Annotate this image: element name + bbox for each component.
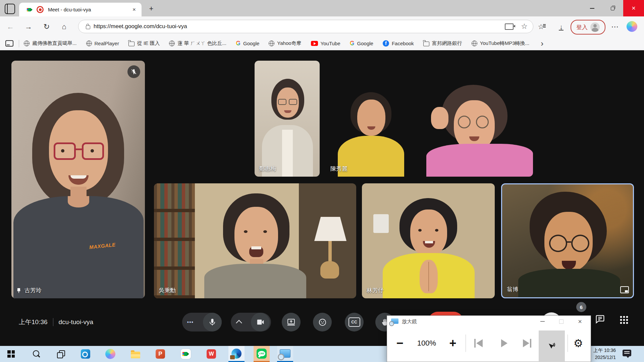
taskbar-magnifier-button[interactable] xyxy=(277,346,293,362)
taskbar-task-view-button[interactable] xyxy=(53,346,69,362)
taskbar-copilot-button[interactable] xyxy=(102,346,118,362)
taskbar-start-button[interactable] xyxy=(3,346,19,362)
taskbar-outlook-button[interactable] xyxy=(77,346,94,362)
sign-in-button[interactable]: 登入 xyxy=(571,20,605,35)
bookmark-item[interactable]: YouTube xyxy=(311,41,340,46)
tab-actions-menu-icon[interactable] xyxy=(5,4,15,14)
system-clock[interactable]: 上午 10:36 2025/12/1 xyxy=(593,347,616,361)
url-text[interactable]: https://meet.google.com/dcu-tuoi-vya xyxy=(94,23,505,30)
bookmark-item[interactable]: YouTube轉MP3轉換... xyxy=(472,40,529,47)
taskbar-edge-button[interactable] xyxy=(228,346,245,362)
participant-nametag: 吳秉勳 xyxy=(159,287,176,294)
refresh-icon[interactable]: ↻ xyxy=(41,21,52,33)
tray-date: 2025/12/1 xyxy=(593,354,616,361)
bookmark-item[interactable]: fFacebook xyxy=(383,40,414,47)
emoji-icon xyxy=(318,318,327,327)
bookmark-item[interactable]: Yahoo奇摩 xyxy=(269,40,301,47)
recording-indicator-icon xyxy=(37,6,44,13)
read-aloud-cursor-button[interactable] xyxy=(539,330,565,362)
back-icon[interactable]: ← xyxy=(5,21,16,33)
camera-in-use-icon[interactable] xyxy=(505,23,514,30)
reactions-button[interactable] xyxy=(313,313,332,331)
magnifier-window[interactable]: 放大鏡 × − 100% + ⚙ xyxy=(387,315,591,362)
participant-nametag: 古芳玲 xyxy=(16,287,42,294)
skip-to-start-button[interactable] xyxy=(471,333,486,353)
windows-logo-icon xyxy=(7,350,15,358)
google-g-icon: G xyxy=(236,40,240,47)
magnifier-maximize-button[interactable] xyxy=(554,316,569,327)
meet-favicon-icon xyxy=(26,7,33,13)
magnifier-minimize-button[interactable] xyxy=(535,316,550,327)
file-explorer-icon xyxy=(131,352,140,358)
bookmark-item[interactable]: 藏傳佛教直貢噶舉... xyxy=(24,40,77,47)
edge-icon xyxy=(231,349,241,359)
captions-button[interactable]: CC xyxy=(345,313,364,331)
participant-video[interactable]: 吳秉勳 xyxy=(154,183,356,298)
chevron-up-icon[interactable] xyxy=(236,320,242,326)
bookmark-item[interactable]: GGoogle xyxy=(236,40,259,47)
participant-video-active-speaker[interactable]: 翁博 xyxy=(501,183,634,298)
home-icon[interactable]: ⌂ xyxy=(58,21,70,33)
participant-video[interactable]: MAXGALE 古芳玲 xyxy=(11,61,145,298)
browser-menu-icon[interactable]: ⋯ xyxy=(609,21,621,33)
bookmark-item[interactable]: 富邦網路銀行 xyxy=(423,40,462,47)
bookmark-item[interactable]: RealPlayer xyxy=(86,41,119,46)
address-bar[interactable]: https://meet.google.com/dcu-tuoi-vya ☆ xyxy=(78,20,533,33)
zoom-in-button[interactable]: + xyxy=(446,335,460,352)
search-icon xyxy=(32,350,40,358)
microphone-button[interactable] xyxy=(203,313,222,331)
chat-button[interactable] xyxy=(594,313,606,325)
taskbar-wps-button[interactable]: W xyxy=(203,346,219,362)
bookmark-item[interactable]: 蓮 華 ㄏㄨㄚ 色比丘... xyxy=(169,40,226,47)
taskbar-line-button[interactable]: LINE xyxy=(254,346,270,362)
taskbar-search-button[interactable] xyxy=(28,346,44,362)
call-more-options-icon[interactable]: ⋯ xyxy=(187,318,194,326)
participant-video[interactable]: 林芳伃 xyxy=(362,183,495,298)
forward-icon[interactable]: → xyxy=(23,21,34,33)
sidebar-panel-icon[interactable] xyxy=(5,40,13,47)
add-favorite-star-icon[interactable]: ☆ xyxy=(521,22,528,31)
zoom-out-button[interactable]: − xyxy=(393,335,407,352)
window-minimize-button[interactable] xyxy=(582,0,602,16)
window-restore-button[interactable] xyxy=(602,0,623,16)
zoom-level: 100% xyxy=(413,335,440,352)
meet-page: MAXGALE 古芳玲 鄭惠梅 xyxy=(0,50,644,346)
tab-close-icon[interactable]: × xyxy=(130,6,138,14)
folder-icon xyxy=(128,42,135,46)
picture-in-picture-icon[interactable] xyxy=(620,286,629,293)
globe-icon xyxy=(24,41,30,46)
maximize-icon xyxy=(559,319,564,324)
camera-button[interactable] xyxy=(251,313,270,331)
globe-icon xyxy=(169,41,175,46)
participant-video[interactable]: 陳秀麗 xyxy=(326,61,533,177)
new-tab-button[interactable]: + xyxy=(147,4,156,13)
taskbar-google-meet-button[interactable] xyxy=(178,346,194,362)
play-button[interactable] xyxy=(497,333,512,353)
meeting-info: 上午10:36 dcu-tuoi-vya xyxy=(19,316,93,328)
participant-nametag: 翁博 xyxy=(507,286,518,293)
grid-icon xyxy=(620,315,629,324)
present-screen-button[interactable] xyxy=(282,313,301,331)
magnifier-settings-gear-icon[interactable]: ⚙ xyxy=(571,335,586,352)
taskbar-powerpoint-button[interactable]: P xyxy=(152,346,168,362)
favorites-icon[interactable]: ☆ xyxy=(535,21,547,33)
taskbar-file-explorer-button[interactable] xyxy=(127,346,144,362)
participant-video[interactable]: 鄭惠梅 xyxy=(255,61,320,177)
bookmark-item[interactable]: 從 IE 匯入 xyxy=(128,40,160,47)
magnifier-controls: − 100% + ⚙ xyxy=(387,327,591,362)
bookmarks-overflow-icon[interactable]: › xyxy=(541,39,543,48)
bookmark-item[interactable]: GGoogle xyxy=(350,40,373,47)
tray-chat-icon[interactable] xyxy=(623,350,631,356)
magnifier-close-button[interactable]: × xyxy=(573,316,587,327)
browser-tab[interactable]: Meet - dcu-tuoi-vya × xyxy=(19,3,142,16)
divider xyxy=(568,335,568,352)
apps-grid-button[interactable] xyxy=(619,315,629,325)
skip-to-end-button[interactable] xyxy=(520,333,534,353)
mic-icon xyxy=(208,318,217,326)
downloads-icon[interactable]: ↓ xyxy=(555,21,567,33)
window-close-button[interactable]: × xyxy=(623,0,644,16)
copilot-icon[interactable] xyxy=(627,21,637,32)
divider xyxy=(466,335,466,352)
site-security-lock-icon[interactable] xyxy=(86,25,90,29)
magnifier-titlebar[interactable]: 放大鏡 × xyxy=(387,316,591,327)
